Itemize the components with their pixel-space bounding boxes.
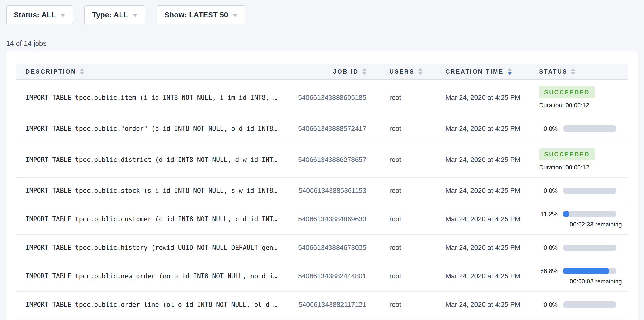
job-user: root [366,234,436,261]
progress-percent: 0.0% [539,301,558,308]
job-creation-time: Mar 24, 2020 at 4:25 PM [436,80,529,115]
job-creation-time: Mar 24, 2020 at 4:25 PM [436,204,529,234]
job-user: root [366,80,436,115]
sort-icons [571,68,575,75]
column-header-users[interactable]: USERS [366,64,436,80]
table-row: IMPORT TABLE tpcc.public.district (d_id … [16,142,628,178]
status-filter-label: Status: ALL [14,11,56,19]
column-header-status[interactable]: STATUS [529,64,628,80]
job-description: IMPORT TABLE tpcc.public.new_order (no_o… [16,261,284,291]
sort-icons [362,68,366,75]
table-row: IMPORT TABLE tpcc.public.warehouse (w_id… [16,318,628,320]
status-succeeded: SUCCEEDED Duration: 00:00:12 [539,148,628,171]
progress-percent: 0.0% [539,125,558,132]
table-row: IMPORT TABLE tpcc.public.order_line (ol_… [16,291,628,318]
job-status-cell: 0.0% [529,234,628,261]
table-row: IMPORT TABLE tpcc.public."order" (o_id I… [16,115,628,142]
status-progress: 86.8% 00:00:02 remaining [539,267,628,285]
sort-asc-icon [80,68,84,71]
job-creation-time: Mar 24, 2020 at 4:25 PM [436,234,529,261]
jobs-table-card: DESCRIPTION JOB ID [6,51,638,320]
job-status-cell: 0.0% [529,291,628,318]
job-user: root [366,178,436,204]
job-id: 540661343886278657 [284,142,366,178]
progress-bar [563,187,616,194]
job-user: root [366,204,436,234]
job-status-cell: SUCCEEDED Duration: 00:00:12 [529,142,628,178]
job-creation-time: Mar 24, 2020 at 4:25 PM [436,318,529,320]
job-id: 540661343882444801 [284,261,366,291]
status-succeeded: SUCCEEDED Duration: 00:00:12 [539,86,628,109]
table-row: IMPORT TABLE tpcc.public.item (i_id INT8… [16,80,628,115]
job-description: IMPORT TABLE tpcc.public.item (i_id INT8… [16,80,284,115]
sort-desc-icon-active [508,72,512,75]
sort-desc-icon [571,72,575,75]
type-filter-label: Type: ALL [92,11,128,19]
show-filter-dropdown[interactable]: Show: LATEST 50 [157,5,245,24]
show-filter-label: Show: LATEST 50 [164,11,228,19]
job-description: IMPORT TABLE tpcc.public.order_line (ol_… [16,291,284,318]
chevron-down-icon [133,14,138,17]
status-remaining: 00:00:02 remaining [539,278,622,285]
jobs-count: 14 of 14 jobs [6,40,638,48]
progress-percent: 0.0% [539,187,558,194]
progress-percent: 86.8% [539,267,558,274]
job-user: root [366,115,436,142]
progress-percent: 11.2% [539,210,558,217]
sort-icons [508,68,512,75]
status-duration: Duration: 00:00:12 [539,102,628,109]
progress-percent: 0.0% [539,244,558,251]
column-header-creation-time[interactable]: CREATION TIME [436,64,529,80]
job-id: 540661343882117121 [284,291,366,318]
sort-desc-icon [80,72,84,75]
table-row: IMPORT TABLE tpcc.public.new_order (no_o… [16,261,628,291]
job-creation-time: Mar 24, 2020 at 4:25 PM [436,115,529,142]
progress-fill [563,268,610,274]
progress-bar [563,301,616,308]
jobs-page: Status: ALL Type: ALL Show: LATEST 50 14… [0,0,644,320]
status-filter-dropdown[interactable]: Status: ALL [6,5,73,24]
job-id: 540661343884869633 [284,204,366,234]
job-description: IMPORT TABLE tpcc.public.history (rowid … [16,234,284,261]
job-description: IMPORT TABLE tpcc.public.warehouse (w_id… [16,318,284,320]
status-progress: 0.0% [539,301,628,308]
job-creation-time: Mar 24, 2020 at 4:25 PM [436,261,529,291]
job-status-cell: SUCCEEDED Duration: 00:00:12 [529,80,628,115]
chevron-down-icon [233,14,238,17]
job-description: IMPORT TABLE tpcc.public."order" (o_id I… [16,115,284,142]
column-header-description[interactable]: DESCRIPTION [16,64,284,80]
type-filter-dropdown[interactable]: Type: ALL [84,5,145,24]
job-creation-time: Mar 24, 2020 at 4:25 PM [436,178,529,204]
job-user: root [366,142,436,178]
job-status-cell: 86.8% 00:00:02 remaining [529,261,628,291]
job-description: IMPORT TABLE tpcc.public.customer (c_id … [16,204,284,234]
job-creation-time: Mar 24, 2020 at 4:25 PM [436,291,529,318]
sort-icons [418,68,422,75]
status-remaining: 00:02:33 remaining [539,221,622,228]
jobs-table: DESCRIPTION JOB ID [16,64,628,320]
progress-bar [563,268,616,274]
status-badge: SUCCEEDED [539,148,595,160]
filter-bar: Status: ALL Type: ALL Show: LATEST 50 [6,5,638,24]
progress-bar [563,211,616,217]
sort-icons [80,68,84,75]
sort-asc-icon [571,68,575,71]
job-id: 540661343888605185 [284,80,366,115]
job-user: root [366,318,436,320]
job-id: 540661343888572417 [284,115,366,142]
table-row: IMPORT TABLE tpcc.public.customer (c_id … [16,204,628,234]
sort-asc-icon [418,68,422,71]
progress-bar [563,244,616,251]
job-user: root [366,261,436,291]
job-status-cell: 0.0% [529,115,628,142]
status-progress: 0.0% [539,187,628,194]
job-creation-time: Mar 24, 2020 at 4:25 PM [436,142,529,178]
status-progress: 0.0% [539,125,628,132]
chevron-down-icon [60,14,65,17]
table-row: IMPORT TABLE tpcc.public.stock (s_i_id I… [16,178,628,204]
column-header-job-id[interactable]: JOB ID [284,64,366,80]
sort-asc-icon [508,68,512,71]
job-id: 540661343826444289 [284,318,366,320]
table-row: IMPORT TABLE tpcc.public.history (rowid … [16,234,628,261]
status-duration: Duration: 00:00:12 [539,164,628,171]
